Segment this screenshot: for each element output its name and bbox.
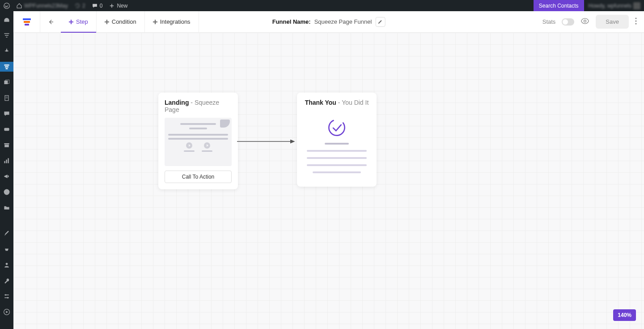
wp-logo[interactable] <box>4 3 10 9</box>
notif-count: 2 <box>82 3 85 9</box>
sidebar-pin[interactable] <box>0 46 13 56</box>
site-name: WPFunnels23May <box>24 3 68 9</box>
funnel-name-label: Funnel Name: <box>272 18 311 25</box>
edit-funnel-name-button[interactable] <box>375 17 385 27</box>
sidebar-appearance[interactable] <box>0 229 13 239</box>
wp-admin-bar: WPFunnels23May 2 0 New Search Contacts H… <box>0 0 644 11</box>
gauge-icon <box>3 16 10 23</box>
eye-icon <box>580 17 589 26</box>
node-thankyou-header: Thank You - You Did It <box>303 99 370 106</box>
comment-count: 0 <box>100 3 103 9</box>
sidebar-users[interactable] <box>0 260 13 270</box>
node-thankyou[interactable]: Thank You - You Did It <box>297 93 377 187</box>
sidebar-comments[interactable] <box>0 109 13 119</box>
archive-icon <box>3 141 10 149</box>
sidebar-settings[interactable] <box>0 291 13 301</box>
svg-point-18 <box>6 263 8 265</box>
sidebar-products[interactable] <box>0 140 13 150</box>
megaphone-icon <box>3 173 10 180</box>
svg-rect-15 <box>6 160 7 163</box>
wp-admin-sidebar <box>0 11 13 329</box>
pencil-icon <box>378 19 383 24</box>
brush-icon <box>3 230 10 237</box>
connector-landing-to-thankyou <box>237 138 298 145</box>
node-landing-header: Landing - Squeeze Page <box>165 99 232 113</box>
pin-icon <box>3 47 10 55</box>
site-home[interactable]: WPFunnels23May <box>16 3 68 9</box>
svg-rect-11 <box>4 128 9 131</box>
wpfunnels-logo[interactable] <box>13 11 40 33</box>
svg-rect-4 <box>5 66 8 67</box>
landing-cta: Call To Action <box>165 171 232 183</box>
chat-icon <box>3 110 10 117</box>
search-contacts-button[interactable]: Search Contacts <box>534 0 584 11</box>
howdy-user[interactable]: Howdy, wpfunnels <box>589 2 641 9</box>
sidebar-elementor[interactable] <box>0 187 13 197</box>
updates[interactable]: 2 <box>74 3 85 9</box>
refresh-icon <box>74 3 80 9</box>
stats-toggle[interactable] <box>562 18 574 26</box>
svg-rect-14 <box>4 161 5 163</box>
elementor-icon <box>3 188 10 196</box>
checkmark-circle-icon <box>327 118 347 137</box>
sidebar-funnel-alt[interactable] <box>0 30 13 40</box>
landing-preview <box>165 118 232 166</box>
tab-condition-label: Condition <box>112 18 136 25</box>
svg-point-17 <box>4 189 10 195</box>
node-landing[interactable]: Landing - Squeeze Page Call To Action <box>158 93 238 189</box>
stats-label: Stats <box>542 18 556 25</box>
sidebar-templates[interactable] <box>0 203 13 213</box>
comment-icon <box>92 3 98 9</box>
svg-point-33 <box>635 23 636 24</box>
svg-rect-13 <box>4 145 9 147</box>
node-landing-title: Landing <box>165 99 189 106</box>
more-options-button[interactable] <box>635 17 637 26</box>
user-icon <box>3 261 10 269</box>
sliders-icon <box>3 293 10 300</box>
funnel-icon <box>3 63 10 70</box>
new-content[interactable]: New <box>109 3 127 9</box>
funnel-name-value: Squeeze Page Funnel <box>314 18 372 25</box>
svg-point-21 <box>5 294 6 295</box>
svg-point-0 <box>4 3 10 9</box>
sidebar-media[interactable] <box>0 77 13 87</box>
tab-condition[interactable]: Condition <box>97 11 145 33</box>
sidebar-analytics[interactable] <box>0 156 13 166</box>
back-button[interactable] <box>40 18 61 26</box>
comments[interactable]: 0 <box>92 3 103 9</box>
sidebar-plugins[interactable] <box>0 244 13 254</box>
plus-icon <box>105 20 109 24</box>
play-circle-icon <box>3 308 10 316</box>
sidebar-woo[interactable] <box>0 124 13 134</box>
woo-icon <box>3 126 10 133</box>
svg-point-31 <box>635 17 636 19</box>
wordpress-icon <box>4 3 10 9</box>
funnel-canvas[interactable]: Landing - Squeeze Page Call To Action <box>13 33 644 329</box>
sidebar-video[interactable] <box>0 307 13 317</box>
main-content: Step Condition Integrations Funnel Name:… <box>13 11 644 329</box>
pages-icon <box>3 94 10 102</box>
tab-step-label: Step <box>76 18 88 25</box>
sidebar-wpfunnels[interactable] <box>0 62 13 72</box>
plug-icon <box>3 246 10 253</box>
funnel-name: Funnel Name: Squeeze Page Funnel <box>272 17 386 27</box>
preview-button[interactable] <box>580 17 589 27</box>
save-button[interactable]: Save <box>596 15 629 29</box>
svg-point-35 <box>327 118 347 137</box>
sidebar-dashboard[interactable] <box>0 15 13 25</box>
sidebar-tools[interactable] <box>0 276 13 286</box>
zoom-indicator[interactable]: 140% <box>613 309 636 321</box>
tab-step[interactable]: Step <box>61 11 97 33</box>
plus-icon <box>69 20 73 24</box>
svg-rect-12 <box>4 143 9 144</box>
funnel-toolbar: Step Condition Integrations Funnel Name:… <box>13 11 644 33</box>
sidebar-pages[interactable] <box>0 93 13 103</box>
home-icon <box>16 3 22 9</box>
svg-point-32 <box>635 20 636 21</box>
node-thankyou-title: Thank You <box>305 99 336 106</box>
tab-integrations[interactable]: Integrations <box>145 11 199 33</box>
sidebar-marketing[interactable] <box>0 171 13 181</box>
svg-rect-16 <box>8 158 8 163</box>
svg-rect-3 <box>4 64 9 65</box>
media-icon <box>3 79 10 86</box>
